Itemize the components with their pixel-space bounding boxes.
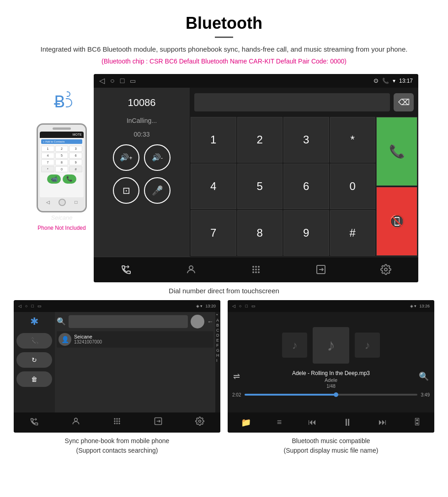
svg-point-6 [258,269,260,270]
phonebook-delete-btn[interactable]: 🗑 [16,371,52,387]
dial-key-7[interactable]: 7 [191,210,236,256]
phonebook-search-input[interactable] [69,315,188,328]
pb-notif-icon: ▭ [37,304,42,308]
mute-btn[interactable]: 🎤 [144,177,171,204]
back-nav-icon[interactable]: ◁ [99,76,105,85]
svg-point-5 [255,269,257,270]
music-nav-play-pause[interactable]: ⏸ [342,417,352,428]
phonebook-back-arrow[interactable]: ← [207,318,213,325]
alpha-B[interactable]: B [216,323,219,328]
music-artist-name: Adele [325,377,337,383]
call-panel: 10086 InCalling... 00:33 🔊+ 🔊- ⊡ [94,88,190,257]
phone-home-btn[interactable] [59,199,66,206]
dial-key-5[interactable]: 5 [237,164,283,209]
phonebook-call-btn[interactable]: 📞 [16,333,52,349]
alpha-C[interactable]: C [216,328,219,333]
alpha-I[interactable]: I [216,358,219,363]
nav-calls-icon[interactable] [112,260,140,279]
music-progress-bar[interactable] [245,394,417,396]
dial-key-8[interactable]: 8 [237,210,283,256]
transfer-icon: ⊡ [123,185,130,196]
alpha-H[interactable]: H [216,353,219,358]
phone-status-bar: MOTE [40,132,84,138]
music-nav-list[interactable]: ≡ [277,418,282,427]
car-nav-bar [94,257,418,282]
svg-point-19 [114,423,115,424]
music-track-counter: 1/48 [326,384,335,389]
music-notif-icon: ▭ [251,304,256,308]
alpha-F[interactable]: F [216,343,219,348]
nav-transfer-icon[interactable] [307,260,335,279]
alpha-G[interactable]: G [216,348,219,353]
pb-back-icon: ◁ [18,304,21,308]
nav-settings-icon[interactable] [372,260,400,279]
music-back-icon: ◁ [232,304,235,308]
nav-dialpad-icon[interactable] [242,260,270,279]
alpha-A[interactable]: A [216,318,219,323]
dial-key-2[interactable]: 2 [237,117,283,163]
phone-key-9[interactable]: 9 [69,159,82,165]
phone-key-1[interactable]: 1 [41,146,54,152]
svg-point-2 [255,266,257,268]
recents-nav-icon[interactable]: □ [120,77,125,85]
phone-key-star[interactable]: * [41,166,54,172]
phonebook-content: 🔍 ← 👤 Seicane 13241007000 [55,312,215,412]
alpha-E[interactable]: E [216,338,219,343]
nav-contacts-icon[interactable] [177,260,205,279]
dial-key-0[interactable]: 0 [330,164,376,209]
dial-key-6[interactable]: 6 [283,164,329,209]
dial-key-1[interactable]: 1 [191,117,236,163]
volume-up-btn[interactable]: 🔊+ [113,144,139,171]
music-nav-equalizer[interactable]: 🎛 [413,418,421,427]
alpha-star[interactable]: * [216,313,219,317]
bottom-captions: Sync phone-book from mobile phone (Suppo… [0,433,448,465]
music-home-icon: ○ [239,304,241,308]
hangup-btn[interactable]: 📵 [376,187,417,256]
phonebook-scroll-ball[interactable] [191,315,204,328]
phone-key-2[interactable]: 2 [55,146,69,152]
phone-key-3[interactable]: 3 [69,146,82,152]
pb-signal-icon: ◈ ▾ [196,304,203,308]
pb-nav-settings[interactable] [195,417,204,428]
transfer-call-btn[interactable]: ⊡ [113,177,139,204]
microphone-icon: 🎤 [152,185,163,196]
phonebook-sidebar: ✱ 📞 ↻ 🗑 [14,312,55,412]
phone-key-0[interactable]: 0 [55,166,69,172]
phone-key-4[interactable]: 4 [41,153,54,159]
music-search-icon[interactable]: 🔍 [419,371,429,381]
backspace-btn[interactable]: ⌫ [394,93,414,111]
phone-add-contacts: + Add to Contacts [41,139,82,144]
answer-call-btn[interactable]: 📞 [376,117,417,186]
volume-down-btn[interactable]: 🔊- [144,144,171,171]
phonebook-search-row: 🔍 ← [57,315,213,328]
pb-nav-transfer[interactable] [154,417,163,428]
phone-key-hash[interactable]: # [69,166,82,172]
dial-key-9[interactable]: 9 [283,210,329,256]
svg-point-4 [252,269,254,270]
phonebook-sync-btn[interactable]: ↻ [16,352,52,368]
pb-nav-dialpad[interactable] [112,417,122,428]
dial-key-4[interactable]: 4 [191,164,236,209]
phone-key-8[interactable]: 8 [55,159,69,165]
volume-down-icon: 🔊- [152,153,163,162]
phone-speaker [53,127,71,130]
home-nav-icon[interactable]: ○ [110,77,115,85]
search-icon: 🔍 [57,317,66,326]
music-nav-folder[interactable]: 📁 [241,418,251,428]
phone-carrier: MOTE [73,133,82,136]
dial-key-3[interactable]: 3 [283,117,329,163]
svg-point-0 [189,266,193,270]
shuffle-icon[interactable]: ⇌ [233,371,240,381]
dial-key-star[interactable]: * [330,117,376,163]
pb-nav-contacts[interactable] [71,417,80,428]
alpha-D[interactable]: D [216,333,219,338]
phone-key-7[interactable]: 7 [41,159,54,165]
phone-key-6[interactable]: 6 [69,153,82,159]
music-nav-next[interactable]: ⏭ [379,418,387,427]
contact-list-item[interactable]: 👤 Seicane 13241007000 [57,331,213,348]
phonebook-alpha-list: * A B C D E F G H I [215,312,220,412]
phone-key-5[interactable]: 5 [55,153,69,159]
music-nav-prev[interactable]: ⏮ [308,418,316,427]
dial-key-hash[interactable]: # [330,210,376,256]
pb-nav-calls[interactable] [30,417,39,428]
